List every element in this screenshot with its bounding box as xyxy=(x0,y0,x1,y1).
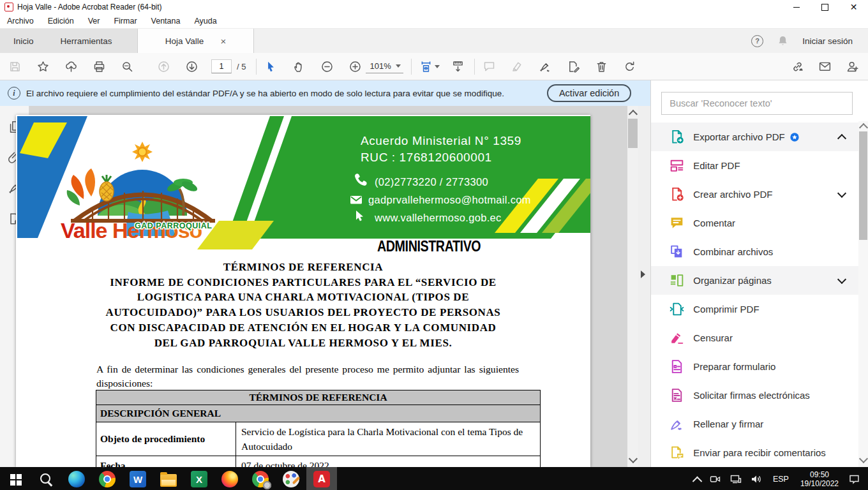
taskbar-chrome[interactable] xyxy=(92,467,123,490)
page-number-input[interactable]: 1 xyxy=(211,59,232,73)
menu-edicion[interactable]: Edición xyxy=(41,17,81,26)
tool-create-pdf[interactable]: Crear archivo PDF xyxy=(651,180,868,209)
taskbar-acrobat[interactable] xyxy=(306,467,337,490)
tab-group: Inicio Herramientas xyxy=(0,29,137,53)
notifications-bell-icon[interactable] xyxy=(777,35,788,47)
rotate-pages-icon[interactable] xyxy=(623,60,636,73)
taskbar-edge[interactable] xyxy=(61,467,92,490)
taskbar-chrome-profile[interactable] xyxy=(245,467,276,490)
save-icon[interactable] xyxy=(8,60,22,73)
zoom-out-icon[interactable] xyxy=(320,60,334,73)
tool-icon xyxy=(669,387,685,403)
scrollbar-thumb[interactable] xyxy=(859,131,867,240)
close-button[interactable]: ✕ xyxy=(839,0,868,14)
find-icon[interactable] xyxy=(121,60,134,73)
menu-firmar[interactable]: Firmar xyxy=(107,17,144,26)
tool-compress-pdf[interactable]: Comprimir PDF xyxy=(651,295,868,323)
share-link-icon[interactable] xyxy=(791,60,804,73)
chevron-icon[interactable] xyxy=(837,274,846,283)
invite-person-icon[interactable] xyxy=(846,60,859,73)
tool-edit-pdf[interactable]: Editar PDF xyxy=(651,151,868,180)
document-scrollbar[interactable] xyxy=(627,106,638,467)
delete-pages-icon[interactable] xyxy=(595,60,608,73)
tools-search-input[interactable] xyxy=(662,98,852,108)
language-indicator[interactable]: ESP xyxy=(767,475,795,484)
tool-label: Crear archivo PDF xyxy=(693,189,772,200)
tool-icon xyxy=(669,186,685,202)
tab-inicio[interactable]: Inicio xyxy=(0,29,47,53)
app-icon xyxy=(313,471,330,487)
tool-label: Comentar xyxy=(693,218,735,228)
taskbar-word[interactable] xyxy=(123,467,153,490)
menu-ventana[interactable]: Ventana xyxy=(144,17,188,26)
tools-search[interactable] xyxy=(661,92,853,115)
menu-ayuda[interactable]: Ayuda xyxy=(187,17,223,26)
comment-icon[interactable] xyxy=(483,60,496,73)
favorite-star-icon[interactable] xyxy=(36,60,50,73)
tool-export-pdf[interactable]: Exportar archivo PDF xyxy=(651,122,868,151)
select-tool-icon[interactable] xyxy=(264,60,278,73)
taskbar-start[interactable] xyxy=(0,467,31,490)
tool-redact[interactable]: Censurar xyxy=(651,323,868,352)
network-icon[interactable] xyxy=(726,467,746,490)
tab-document[interactable]: Hoja Valle × xyxy=(137,29,254,53)
title-line: AUTOCUIDADO)” PARA LOS USUARIOS DEL PROY… xyxy=(16,305,590,320)
measure-icon[interactable] xyxy=(451,60,465,73)
taskbar-search[interactable] xyxy=(31,467,61,490)
tool-request-signatures[interactable]: Solicitar firmas electrónicas xyxy=(651,381,868,410)
sign-in-button[interactable]: Iniciar sesión xyxy=(802,36,853,46)
scroll-down-icon[interactable] xyxy=(629,454,638,463)
star-badge-icon xyxy=(789,132,800,142)
tool-label: Preparar formulario xyxy=(693,361,775,372)
zoom-in-icon[interactable] xyxy=(348,60,362,73)
volume-icon[interactable] xyxy=(746,467,767,490)
tool-prepare-form[interactable]: Preparar formulario xyxy=(651,352,868,381)
scroll-up-icon[interactable] xyxy=(859,123,868,132)
sign-icon[interactable] xyxy=(539,60,552,73)
menu-archivo[interactable]: Archivo xyxy=(0,17,41,26)
next-page-icon[interactable] xyxy=(185,60,198,73)
share-upload-icon[interactable] xyxy=(64,60,78,73)
hand-tool-icon[interactable] xyxy=(292,60,306,73)
tool-fill-sign[interactable]: Rellenar y firmar xyxy=(651,410,868,438)
scroll-up-icon[interactable] xyxy=(629,110,638,119)
taskbar-firefox[interactable] xyxy=(214,467,245,490)
send-mail-icon[interactable] xyxy=(818,60,832,73)
scroll-down-icon[interactable] xyxy=(859,454,868,463)
collapse-tools-pane-icon[interactable] xyxy=(641,271,645,278)
highlight-icon[interactable] xyxy=(511,60,524,73)
sidebar-scrollbar[interactable] xyxy=(858,121,868,467)
enable-editing-button[interactable]: Activar edición xyxy=(547,84,631,102)
tab-bar: Inicio Herramientas Hoja Valle × ? Inici… xyxy=(0,29,868,53)
taskbar-excel[interactable] xyxy=(184,467,214,490)
divider xyxy=(474,59,475,75)
tab-close-icon[interactable]: × xyxy=(220,36,226,46)
chevron-icon[interactable] xyxy=(837,133,846,142)
clock[interactable]: 09:50 19/10/2022 xyxy=(795,470,844,488)
menu-ver[interactable]: Ver xyxy=(81,17,107,26)
fit-width-icon[interactable] xyxy=(419,60,433,73)
tray-date: 19/10/2022 xyxy=(800,479,839,488)
tool-combine-files[interactable]: Combinar archivos xyxy=(651,237,868,266)
taskbar-explorer[interactable] xyxy=(153,467,184,490)
maximize-button[interactable] xyxy=(811,0,839,14)
app-icon xyxy=(130,471,146,487)
edit-page-icon[interactable] xyxy=(567,60,580,73)
minimize-button[interactable] xyxy=(782,0,811,14)
row-value: Servicio de Logística para la Charla Mot… xyxy=(236,422,541,456)
tool-comment[interactable]: Comentar xyxy=(651,209,868,237)
print-icon[interactable] xyxy=(93,60,106,73)
previous-page-icon[interactable] xyxy=(157,60,170,73)
action-center-icon[interactable] xyxy=(844,467,864,490)
tab-herramientas[interactable]: Herramientas xyxy=(47,29,126,53)
scrollbar-thumb[interactable] xyxy=(628,119,638,148)
meet-now-icon[interactable] xyxy=(705,467,726,490)
help-icon[interactable]: ? xyxy=(751,35,763,47)
tray-expand-chevron-icon[interactable] xyxy=(689,467,705,490)
tool-organize-pages[interactable]: Organizar páginas xyxy=(651,266,868,295)
terms-table: TÉRMINOS DE REFERENCIA DESCRIPCIÓN GENER… xyxy=(96,390,541,467)
tool-send-comments[interactable]: Enviar para recibir comentarios xyxy=(651,438,868,467)
zoom-level-select[interactable]: 101% xyxy=(366,60,403,73)
taskbar-paint[interactable] xyxy=(276,467,306,490)
chevron-icon[interactable] xyxy=(837,188,846,197)
